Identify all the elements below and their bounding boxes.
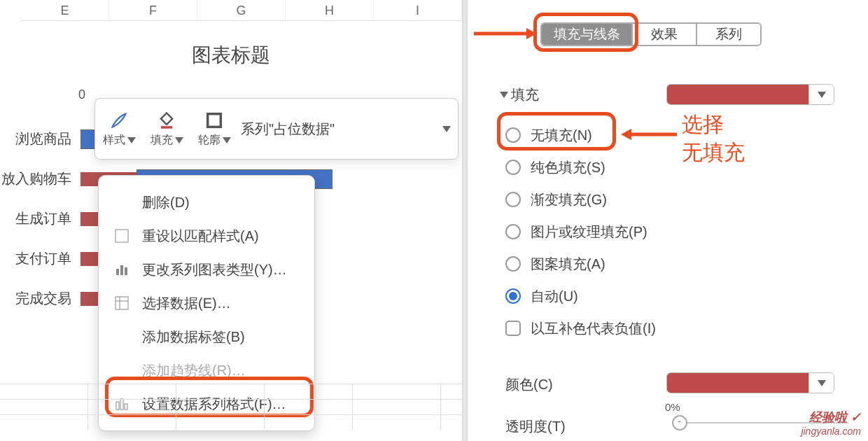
radio-gradient-fill[interactable]: 渐变填充(G): [505, 183, 701, 216]
col-G[interactable]: G: [197, 0, 286, 20]
fill-color-picker[interactable]: [666, 84, 834, 105]
arrow-annotation: [474, 27, 537, 41]
ylabel: 浏览商品: [0, 119, 77, 159]
menu-add-data-label[interactable]: 添加数据标签(B): [99, 320, 314, 354]
spreadsheet-area: E F G H I 图表标题 0 浏览商品 放入购物车 生成订单 支付订单 完成…: [0, 0, 462, 441]
svg-rect-1: [208, 113, 221, 127]
ylabel: 生成订单: [0, 199, 77, 239]
checkbox-invert-negative[interactable]: 以互补色代表负值(I): [505, 312, 701, 344]
radio-solid-fill[interactable]: 纯色填充(S): [505, 151, 701, 183]
svg-rect-5: [125, 267, 127, 275]
svg-rect-3: [116, 269, 119, 275]
svg-marker-15: [621, 129, 631, 140]
ylabel: 支付订单: [0, 239, 77, 279]
svg-marker-13: [526, 28, 537, 39]
text-annotation: 选择无填充: [682, 111, 745, 167]
col-I[interactable]: I: [374, 0, 462, 20]
color-swatch: [667, 85, 808, 104]
ylabel: 放入购物车: [0, 159, 77, 199]
tab-effect[interactable]: 效果: [631, 24, 696, 45]
menu-select-data[interactable]: 选择数据(E)…: [99, 286, 314, 320]
series-selector[interactable]: 系列"占位数据": [238, 108, 458, 150]
brush-icon: [95, 111, 143, 130]
fill-options: 无填充(N) 纯色填充(S) 渐变填充(G) 图片或纹理填充(P) 图案填充(A…: [505, 119, 701, 344]
svg-rect-4: [120, 265, 123, 275]
format-pane: 填充与线条 效果 系列 填充 无填充(N) 纯色填充(S) 渐变填充(G) 图片…: [462, 0, 868, 441]
bucket-icon: [143, 111, 190, 130]
table-icon: [113, 294, 131, 312]
outline-icon: [190, 111, 238, 130]
col-E[interactable]: E: [21, 0, 109, 20]
svg-rect-2: [115, 230, 128, 242]
menu-add-trendline: 添加趋势线(R)…: [99, 354, 314, 387]
chevron-down-icon[interactable]: [808, 373, 834, 393]
mini-toolbar: 样式 填充 轮廓 系列"占位数据": [94, 98, 458, 160]
tab-series[interactable]: 系列: [696, 24, 760, 45]
opacity-label: 透明度(T): [505, 417, 566, 436]
chart-icon: [113, 260, 131, 279]
chevron-down-icon: [127, 137, 136, 144]
outline-button[interactable]: 轮廓: [190, 111, 238, 148]
radio-auto-fill[interactable]: 自动(U): [505, 280, 701, 312]
style-button[interactable]: 样式: [95, 111, 143, 148]
column-headers: E F G H I: [21, 0, 462, 21]
chevron-down-icon: [500, 92, 508, 98]
color-label: 颜色(C): [505, 375, 553, 394]
spreadsheet-cells[interactable]: [0, 384, 462, 441]
slider-value: 0%: [665, 401, 680, 413]
menu-delete[interactable]: 删除(D): [99, 186, 314, 219]
slider-thumb[interactable]: 0%: [672, 415, 687, 430]
chart-title[interactable]: 图表标题: [0, 42, 462, 69]
svg-rect-6: [115, 297, 128, 309]
reset-icon: [113, 227, 131, 245]
color-swatch: [667, 373, 808, 393]
format-tabs: 填充与线条 效果 系列: [540, 22, 762, 46]
radio-pattern-fill[interactable]: 图案填充(A): [505, 248, 701, 280]
section-fill[interactable]: 填充: [500, 85, 539, 104]
fill-button[interactable]: 填充: [143, 111, 190, 148]
col-F[interactable]: F: [109, 0, 197, 20]
chevron-down-icon[interactable]: [808, 85, 834, 104]
watermark: 经验啦 ✓ jingyanla.com: [801, 409, 861, 437]
svg-rect-0: [161, 126, 172, 129]
chevron-down-icon: [442, 126, 451, 132]
axis-tick-0: 0: [78, 88, 85, 102]
ylabel: 完成交易: [0, 279, 77, 318]
menu-reset-style[interactable]: 重设以匹配样式(A): [99, 219, 314, 253]
col-H[interactable]: H: [286, 0, 374, 20]
tab-fill-line[interactable]: 填充与线条: [542, 24, 631, 45]
chevron-down-icon: [223, 137, 231, 144]
category-axis: 浏览商品 放入购物车 生成订单 支付订单 完成交易: [0, 119, 77, 318]
radio-picture-fill[interactable]: 图片或纹理填充(P): [505, 216, 701, 248]
arrow-annotation: [621, 127, 677, 141]
chevron-down-icon: [175, 137, 183, 144]
color-picker[interactable]: [666, 372, 834, 393]
menu-change-chart-type[interactable]: 更改系列图表类型(Y)…: [99, 253, 314, 286]
